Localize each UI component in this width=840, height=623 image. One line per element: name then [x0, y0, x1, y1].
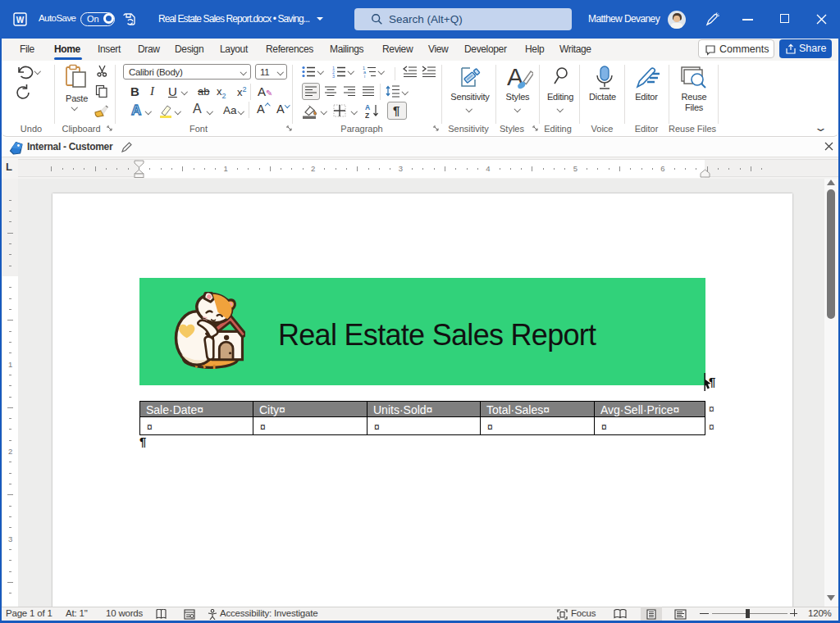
svg-text:W: W	[16, 16, 25, 25]
svg-text:i: i	[364, 74, 365, 79]
svg-text:Z: Z	[365, 111, 369, 119]
svg-text:A: A	[365, 103, 370, 111]
svg-text:3: 3	[332, 74, 335, 78]
